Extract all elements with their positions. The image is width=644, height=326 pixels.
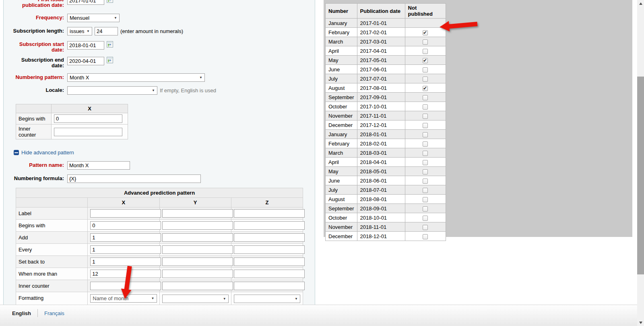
issue-number: July: [326, 185, 357, 195]
numbering-formula-input[interactable]: [67, 174, 201, 183]
issue-number: April: [326, 158, 357, 167]
issue-row: July2017-07-01: [326, 74, 446, 83]
calendar-icon[interactable]: [107, 0, 113, 3]
begins-with-input-z[interactable]: [234, 221, 305, 230]
language-tab-english[interactable]: English: [12, 309, 37, 317]
inner-counter-input-z[interactable]: [234, 282, 305, 290]
issue-row: April2018-04-01: [326, 158, 446, 167]
not-published-checkbox[interactable]: [423, 30, 428, 35]
add-input-y[interactable]: [162, 233, 233, 242]
not-published-checkbox[interactable]: [423, 123, 428, 128]
not-published-checkbox[interactable]: [423, 197, 428, 202]
not-published-checkbox[interactable]: [423, 132, 428, 137]
not-published-checkbox[interactable]: [423, 141, 428, 147]
advanced-table-corner-cell: [16, 198, 88, 208]
issue-publication-date: 2017-05-01: [357, 56, 405, 65]
add-input-z[interactable]: [234, 233, 305, 242]
not-published-checkbox[interactable]: [423, 216, 428, 221]
basic-pattern-table: X Begins with Inner counter: [16, 104, 128, 139]
advanced-row-label: Begins with: [16, 220, 88, 232]
issue-publication-date: 2017-11-01: [357, 111, 405, 120]
scrollbar-thumb[interactable]: [637, 77, 644, 274]
form-row-numbering-pattern: Numbering pattern: Month X▼: [4, 73, 315, 82]
scroll-down-arrow-icon[interactable]: [637, 319, 644, 326]
issue-number: November: [326, 111, 357, 120]
issue-publication-date: 2018-09-01: [357, 204, 405, 213]
advanced-row-label: Add: [16, 232, 88, 244]
not-published-checkbox[interactable]: [423, 234, 428, 239]
set-back-to-input-z[interactable]: [234, 257, 305, 266]
not-published-checkbox[interactable]: [423, 77, 428, 82]
frequency-select[interactable]: Mensuel▼: [67, 14, 120, 22]
advanced-cell: [159, 232, 231, 244]
basic-begins-with-input[interactable]: [54, 114, 122, 123]
issue-not-published-cell: [405, 167, 446, 176]
not-published-checkbox[interactable]: [423, 86, 428, 91]
language-tab-francais[interactable]: Français: [38, 309, 64, 317]
formatting-select-z[interactable]: ▼: [234, 295, 300, 303]
numbering-pattern-label: Numbering pattern:: [4, 73, 64, 80]
issue-row: December2017-12-01: [326, 120, 446, 130]
form-row-frequency: Frequency: Mensuel▼: [4, 14, 315, 22]
calendar-icon[interactable]: [107, 57, 113, 63]
basic-inner-counter-input[interactable]: [54, 128, 122, 136]
inner-counter-input-y[interactable]: [162, 282, 233, 290]
issue-row: August2018-08-01: [326, 195, 446, 204]
not-published-checkbox[interactable]: [423, 169, 428, 174]
not-published-checkbox[interactable]: [423, 160, 428, 165]
subscription-length-unit-select[interactable]: issues▼: [67, 27, 92, 35]
advanced-cell: [159, 268, 231, 280]
not-published-checkbox[interactable]: [423, 188, 428, 193]
begins-with-input-y[interactable]: [162, 221, 233, 230]
set-back-to-input-y[interactable]: [162, 257, 233, 266]
issue-number: March: [326, 37, 357, 46]
advanced-prediction-table: Advanced prediction pattern X Y Z LabelB…: [16, 188, 303, 305]
every-input-z[interactable]: [234, 245, 305, 254]
advanced-cell: [231, 208, 303, 220]
basic-pattern-corner-cell: [16, 104, 52, 113]
when-more-than-input-y[interactable]: [162, 270, 233, 278]
label-input-x[interactable]: [90, 209, 161, 218]
every-input-y[interactable]: [162, 245, 233, 254]
first-issue-date-input[interactable]: [67, 0, 104, 5]
hide-advanced-pattern-link[interactable]: Hide advanced pattern: [14, 150, 315, 156]
add-input-x[interactable]: [90, 233, 161, 242]
not-published-checkbox[interactable]: [423, 225, 428, 230]
numbering-pattern-select[interactable]: Month X▼: [67, 73, 205, 82]
vertical-scrollbar[interactable]: [637, 0, 644, 326]
pattern-name-label: Pattern name:: [4, 161, 64, 168]
set-back-to-input-x[interactable]: [90, 257, 161, 266]
issue-row: April2017-04-01: [326, 46, 446, 56]
not-published-checkbox[interactable]: [423, 39, 428, 45]
not-published-checkbox[interactable]: [423, 151, 428, 156]
every-input-x[interactable]: [90, 245, 161, 254]
calendar-icon[interactable]: [107, 41, 113, 48]
begins-with-input-x[interactable]: [90, 221, 161, 230]
subscription-length-input[interactable]: [95, 27, 118, 35]
when-more-than-input-z[interactable]: [234, 270, 305, 278]
issue-row: February2017-02-01: [326, 28, 446, 37]
issue-row: August2017-08-01: [326, 83, 446, 93]
subscription-end-date-input[interactable]: [67, 57, 104, 65]
subscription-start-date-input[interactable]: [67, 41, 104, 50]
not-published-checkbox[interactable]: [423, 95, 428, 100]
not-published-checkbox[interactable]: [423, 104, 428, 110]
label-input-y[interactable]: [162, 209, 233, 218]
not-published-checkbox[interactable]: [423, 67, 428, 73]
not-published-checkbox[interactable]: [423, 49, 428, 54]
locale-select[interactable]: ▼: [67, 86, 157, 95]
not-published-checkbox[interactable]: [423, 58, 428, 63]
not-published-checkbox[interactable]: [423, 114, 428, 119]
issue-publication-date: 2018-07-01: [357, 185, 405, 195]
frequency-label: Frequency:: [4, 14, 64, 21]
formatting-select-y[interactable]: ▼: [162, 295, 229, 303]
advanced-column-header-y: Y: [159, 198, 231, 208]
not-published-checkbox[interactable]: [423, 206, 428, 212]
label-input-z[interactable]: [234, 209, 305, 218]
not-published-checkbox[interactable]: [423, 179, 428, 184]
issue-number: June: [326, 65, 357, 74]
scroll-up-arrow-icon[interactable]: [637, 0, 644, 7]
pattern-name-input[interactable]: [67, 161, 130, 170]
issues-header-number: Number: [326, 4, 357, 19]
form-row-locale: Locale: ▼ If empty, English is used: [4, 86, 315, 95]
